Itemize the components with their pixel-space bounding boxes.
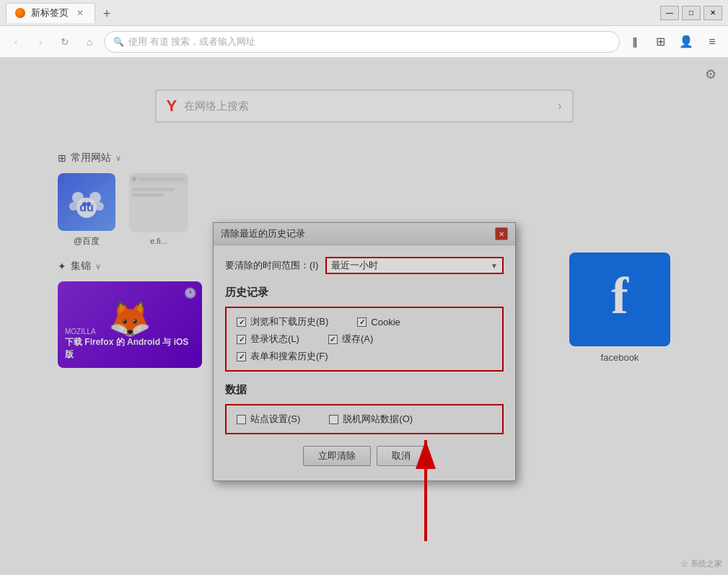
back-button[interactable]: ‹	[6, 32, 26, 52]
close-button[interactable]: ✕	[703, 6, 722, 20]
address-text: 使用 有道 搜索，或者输入网址	[128, 35, 255, 48]
page-content: ⚙ Y 在网络上搜索 › ⊞ 常用网站 ∨	[0, 58, 728, 575]
reader-view-icon[interactable]: ⊞	[650, 32, 670, 52]
tab-title: 新标签页	[31, 6, 69, 19]
browser-window: 新标签页 ✕ + — □ ✕ ‹ › ↻ ⌂ 🔍 使用 有道 搜索，或者输入网址…	[0, 0, 728, 575]
modal-overlay	[0, 58, 728, 575]
search-icon: 🔍	[113, 37, 124, 47]
maximize-button[interactable]: □	[682, 6, 701, 20]
tab-area: 新标签页 ✕ +	[6, 3, 660, 23]
refresh-button[interactable]: ↻	[55, 32, 75, 52]
forward-button[interactable]: ›	[30, 32, 51, 52]
menu-icon[interactable]: ≡	[702, 32, 722, 52]
tab-favicon	[15, 8, 25, 18]
title-bar: 新标签页 ✕ + — □ ✕	[0, 0, 728, 26]
toolbar-right: ||| ⊞ 👤 ≡	[624, 32, 722, 52]
window-controls: — □ ✕	[660, 6, 722, 20]
tab-close-button[interactable]: ✕	[74, 7, 86, 19]
new-tab-button[interactable]: +	[98, 6, 115, 23]
minimize-button[interactable]: —	[660, 6, 679, 20]
bookmarks-icon[interactable]: |||	[624, 32, 644, 52]
nav-bar: ‹ › ↻ ⌂ 🔍 使用 有道 搜索，或者输入网址 ||| ⊞ 👤 ≡	[0, 26, 728, 58]
address-bar[interactable]: 🔍 使用 有道 搜索，或者输入网址	[104, 31, 620, 53]
home-button[interactable]: ⌂	[79, 32, 100, 52]
profile-icon[interactable]: 👤	[676, 32, 696, 52]
browser-tab[interactable]: 新标签页 ✕	[6, 3, 95, 23]
